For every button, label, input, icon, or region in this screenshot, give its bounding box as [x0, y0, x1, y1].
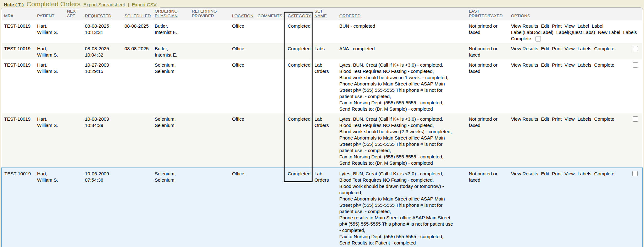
option-link-view-results[interactable]: View Results	[511, 116, 538, 122]
option-link-edit[interactable]: Edit	[541, 62, 549, 68]
complete-checkbox[interactable]	[536, 36, 541, 41]
cell-patient: Hart, William S.	[35, 59, 64, 113]
col-header-next_apt: NEXT APT	[64, 8, 82, 20]
option-link-label[interactable]: Label	[592, 23, 603, 29]
cell-requested: 10-08-2009 10:34:39	[82, 113, 122, 168]
option-link-new-label[interactable]: New Label	[598, 29, 620, 36]
option-link-view-results[interactable]: View Results	[511, 171, 538, 177]
hide-link[interactable]: Hide ( 7 )	[4, 2, 24, 7]
cell-mr: TEST-10019	[2, 20, 35, 43]
cell-scheduled	[122, 113, 152, 168]
col-header-category[interactable]: CATEGORY	[285, 8, 312, 20]
cell-patient: Hart, William S.	[35, 43, 64, 59]
option-link-labels[interactable]: Labels	[577, 116, 591, 122]
cell-category: Completed	[285, 20, 312, 43]
option-link-print[interactable]: Print	[552, 116, 562, 122]
option-link-view[interactable]: View	[564, 23, 575, 29]
cell-category: Completed	[285, 43, 312, 59]
export-spreadsheet-link[interactable]: Export Spreadsheet	[83, 2, 125, 7]
cell-mr: TEST-10019	[2, 43, 35, 59]
option-link-view-results[interactable]: View Results	[511, 62, 538, 68]
cell-last_printed: Not printed or faxed	[466, 59, 508, 113]
option-link-label-quest-labs[interactable]: Label(Quest Labs)	[556, 29, 595, 36]
option-link-edit[interactable]: Edit	[541, 116, 549, 122]
option-link-view[interactable]: View	[564, 46, 575, 52]
option-link-labels[interactable]: Labels	[577, 62, 591, 68]
cell-patient: Hart, William S.	[35, 113, 64, 168]
cell-comments	[255, 168, 285, 247]
option-link-complete[interactable]: Complete	[594, 62, 614, 68]
cell-mr: TEST-10019	[2, 113, 35, 168]
col-header-location[interactable]: LOCATION	[230, 8, 255, 20]
cell-ordering: Butler, Internist E.	[152, 20, 189, 43]
option-link-print[interactable]: Print	[552, 23, 562, 29]
cell-last_printed: Not printed or faxed	[466, 113, 508, 168]
option-link-edit[interactable]: Edit	[541, 46, 549, 52]
cell-set_name: Lab Orders	[312, 59, 337, 113]
cell-ordering: Butler, Internist E.	[152, 43, 189, 59]
complete-checkbox[interactable]	[633, 116, 638, 122]
cell-requested: 10-06-2009 07:54:36	[82, 168, 122, 247]
panel-legend: Hide ( 7 ) Completed Orders Export Sprea…	[3, 0, 160, 8]
col-header-label-location[interactable]: LOCATION	[232, 14, 253, 18]
cell-set_name	[312, 20, 337, 43]
option-link-label-labdoclabel[interactable]: Label(LabDocLabel)	[511, 29, 553, 36]
option-link-view-results[interactable]: View Results	[511, 46, 538, 52]
col-header-label-ordering[interactable]: ORDERING PHYSICIAN	[155, 9, 178, 18]
cell-requested: 08-08-2025 10:04:32	[82, 43, 122, 59]
option-link-labels[interactable]: Labels	[623, 29, 637, 36]
cell-location: Office	[230, 20, 255, 43]
option-link-edit[interactable]: Edit	[541, 23, 549, 29]
cell-comments	[255, 59, 285, 113]
complete-checkbox[interactable]	[632, 171, 638, 176]
option-link-print[interactable]: Print	[552, 171, 562, 177]
cell-next_apt	[64, 43, 82, 59]
export-csv-link[interactable]: Export CSV	[132, 2, 156, 7]
col-header-requested[interactable]: REQUESTED	[82, 8, 122, 20]
option-link-print[interactable]: Print	[552, 62, 562, 68]
cell-last_printed: Not printed or faxed	[466, 20, 508, 43]
cell-scheduled	[122, 59, 152, 113]
col-header-scheduled[interactable]: SCHEDULED	[122, 8, 152, 20]
option-link-edit[interactable]: Edit	[541, 171, 549, 177]
option-link-complete[interactable]: Complete	[511, 36, 531, 42]
option-link-label[interactable]: Label	[577, 23, 589, 29]
option-link-print[interactable]: Print	[552, 46, 562, 52]
col-header-label-scheduled[interactable]: SCHEDULED	[125, 14, 151, 18]
complete-checkbox[interactable]	[633, 46, 638, 51]
complete-checkbox[interactable]	[633, 62, 638, 68]
option-link-labels[interactable]: Labels	[577, 46, 591, 52]
col-header-label-set_name[interactable]: SET NAME	[314, 9, 327, 18]
col-header-patient: PATIENT	[35, 8, 64, 20]
option-link-view-results[interactable]: View Results	[511, 23, 538, 29]
cell-next_apt	[64, 168, 82, 247]
cell-comments	[255, 20, 285, 43]
col-header-label-requested[interactable]: REQUESTED	[85, 14, 111, 18]
option-link-complete[interactable]: Complete	[594, 46, 614, 52]
cell-comments	[255, 43, 285, 59]
cell-scheduled: 08-08-2025	[122, 20, 152, 43]
page-title: Completed Orders	[26, 0, 80, 8]
option-link-labels[interactable]: Labels	[577, 171, 591, 177]
col-header-ordered[interactable]: ORDERED	[337, 8, 466, 20]
cell-ordering: Selenium, Selenium	[152, 113, 189, 168]
col-header-set_name[interactable]: SET NAME	[312, 8, 337, 20]
cell-location: Office	[230, 43, 255, 59]
order-row: TEST-10019Hart, William S.10-27-2009 10:…	[2, 59, 642, 113]
cell-referring	[189, 43, 230, 59]
col-header-options: OPTIONS	[508, 8, 642, 20]
cell-referring	[189, 113, 230, 168]
completed-orders-table: MR#PATIENTNEXT APTREQUESTEDSCHEDULEDORDE…	[1, 8, 643, 247]
col-header-label-category[interactable]: CATEGORY	[288, 14, 311, 18]
col-header-label-ordered[interactable]: ORDERED	[339, 14, 361, 18]
cell-last_printed: Not printed or faxed	[466, 168, 508, 247]
option-link-view[interactable]: View	[564, 116, 575, 122]
col-header-label-patient: PATIENT	[37, 14, 54, 18]
cell-patient: Hart, William S.	[35, 20, 64, 43]
col-header-label-options: OPTIONS	[511, 14, 530, 18]
option-link-complete[interactable]: Complete	[594, 171, 614, 177]
option-link-complete[interactable]: Complete	[594, 116, 614, 122]
option-link-view[interactable]: View	[564, 62, 575, 68]
option-link-view[interactable]: View	[564, 171, 575, 177]
col-header-ordering[interactable]: ORDERING PHYSICIAN	[152, 8, 189, 20]
